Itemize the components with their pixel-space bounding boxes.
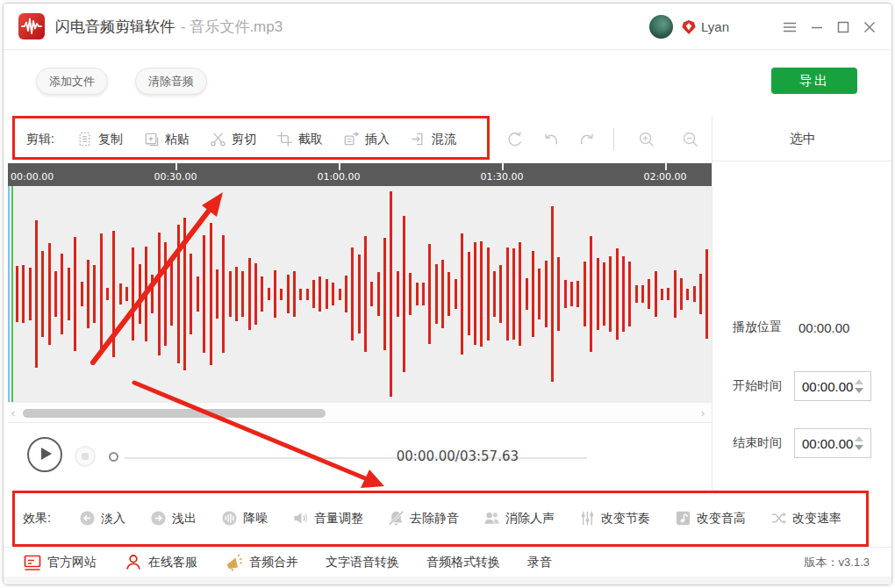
insert-button[interactable]: 插入 xyxy=(342,130,390,148)
waveform-bar xyxy=(16,266,18,323)
cut-button[interactable]: 剪切 xyxy=(209,130,256,148)
waveform-bar xyxy=(667,288,669,301)
redo-icon[interactable] xyxy=(577,130,597,149)
start-time-value: 00:00.00 xyxy=(795,379,855,394)
fade-in-button-label: 淡入 xyxy=(101,511,125,527)
remove-vocal-button[interactable]: 消除人声 xyxy=(483,509,555,527)
remove-silence-button[interactable]: 去除静音 xyxy=(387,509,459,527)
toolbar-divider xyxy=(613,128,614,151)
fade-in-button[interactable]: 淡入 xyxy=(78,509,125,527)
text-to-speech-link[interactable]: 文字语音转换 xyxy=(326,555,399,570)
waveform-bar xyxy=(68,268,70,321)
window-title: 闪电音频剪辑软件- 音乐文件.mp3 xyxy=(55,4,283,50)
waveform-bar xyxy=(448,272,450,317)
megaphone-icon xyxy=(225,553,244,572)
close-button[interactable] xyxy=(861,18,878,36)
timeline-label: 01:00.00 xyxy=(317,171,360,183)
paste-button[interactable]: 粘贴 xyxy=(142,130,190,148)
menu-button[interactable] xyxy=(781,18,798,36)
waveform-bar xyxy=(493,271,496,318)
waveform-bar xyxy=(532,251,534,336)
start-time-spin-down-icon[interactable] xyxy=(855,388,863,393)
waveform-bar xyxy=(512,248,515,341)
waveform-bar xyxy=(705,249,708,339)
history-toolbar xyxy=(505,115,700,163)
stop-icon xyxy=(82,453,89,460)
waveform-bar xyxy=(468,252,470,335)
website-icon xyxy=(23,553,42,572)
copy-icon xyxy=(75,130,94,148)
timeline-label: 01:30.00 xyxy=(480,171,523,183)
start-time-input[interactable]: 00:00.00 xyxy=(794,371,871,401)
waveform-bar xyxy=(74,237,76,350)
waveform-scrollbar[interactable]: ‹ › xyxy=(8,402,712,423)
end-time-spin-up-icon[interactable] xyxy=(855,436,863,441)
waveform-bar xyxy=(551,206,554,382)
zoom-out-icon[interactable] xyxy=(681,130,700,149)
record-link[interactable]: 录音 xyxy=(527,555,552,570)
official-website-link[interactable]: 官方网站 xyxy=(23,553,97,572)
clear-audio-button[interactable]: 清除音频 xyxy=(135,68,207,95)
waveform-bar xyxy=(197,276,199,311)
spinner-arrows xyxy=(855,429,870,457)
waveform-bar xyxy=(29,268,32,321)
change-tempo-button[interactable]: 改变节奏 xyxy=(578,509,650,527)
crop-button[interactable]: 截取 xyxy=(276,130,323,148)
fade-out-button[interactable]: 浅出 xyxy=(149,509,197,527)
waveform-bar xyxy=(145,247,147,342)
timeline-ruler[interactable]: 00:00.0000:30.0001:00.0001:30.0002:00.00 xyxy=(8,163,712,186)
audio-format-convert-link[interactable]: 音频格式转换 xyxy=(426,555,500,570)
volume-adjust-button[interactable]: 音量调整 xyxy=(291,509,363,527)
end-time-value: 00:00.00 xyxy=(795,436,855,451)
playhead-line xyxy=(11,186,13,402)
waveform-bar xyxy=(686,289,689,300)
change-tempo-button-label: 改变节奏 xyxy=(601,511,650,527)
start-time-spin-up-icon[interactable] xyxy=(855,379,863,384)
vip-badge-icon xyxy=(681,19,697,35)
waveform-bar xyxy=(48,243,51,345)
fade-out-button-label: 浅出 xyxy=(172,511,197,527)
timeline-label: 00:30.00 xyxy=(154,171,197,183)
waveform-bar xyxy=(597,258,599,329)
waveform-bar xyxy=(81,282,83,307)
stop-button[interactable] xyxy=(75,446,96,467)
change-pitch-button-label: 改变音高 xyxy=(697,511,746,527)
scroll-right-arrow-icon[interactable]: › xyxy=(701,408,708,419)
add-file-button[interactable]: 添加文件 xyxy=(36,68,108,95)
minimize-button[interactable] xyxy=(808,18,826,36)
end-time-spin-down-icon[interactable] xyxy=(855,445,863,450)
remove-silence-button-label: 去除静音 xyxy=(410,511,459,527)
waveform-bar xyxy=(590,236,592,352)
reset-icon[interactable] xyxy=(505,130,525,149)
timeline-tick xyxy=(665,163,667,170)
paste-icon xyxy=(142,130,161,148)
maximize-button[interactable] xyxy=(834,18,852,36)
user-avatar[interactable] xyxy=(649,15,673,39)
mix-button[interactable]: 混流 xyxy=(409,130,456,148)
change-speed-button[interactable]: 改变速率 xyxy=(770,509,841,527)
denoise-button[interactable]: 降噪 xyxy=(220,509,268,527)
audio-merge-link-label: 音频合并 xyxy=(249,555,298,570)
scroll-left-arrow-icon[interactable]: ‹ xyxy=(11,408,18,419)
waveform-bar xyxy=(435,264,438,323)
scrollbar-thumb[interactable] xyxy=(23,409,326,418)
waveform-display[interactable] xyxy=(8,186,712,402)
undo-icon[interactable] xyxy=(541,130,561,149)
copy-button[interactable]: 复制 xyxy=(75,130,123,148)
waveform-bar xyxy=(422,283,425,305)
online-support-link[interactable]: 在线客服 xyxy=(124,553,197,572)
end-time-input[interactable]: 00:00.00 xyxy=(794,428,871,458)
audio-merge-link[interactable]: 音频合并 xyxy=(225,553,298,572)
export-button[interactable]: 导出 xyxy=(771,68,857,94)
play-button[interactable] xyxy=(27,437,62,472)
start-time-label: 开始时间 xyxy=(733,378,782,394)
change-pitch-button[interactable]: 改变音高 xyxy=(674,509,746,527)
volume-icon xyxy=(291,509,310,527)
seek-slider-knob[interactable] xyxy=(109,452,118,462)
waveform-bar xyxy=(564,280,567,307)
waveform-bar xyxy=(545,261,548,327)
waveform-bar xyxy=(609,256,612,332)
waveform-bar xyxy=(441,260,444,328)
zoom-in-icon[interactable] xyxy=(637,130,656,149)
waveform-bar xyxy=(306,289,309,300)
